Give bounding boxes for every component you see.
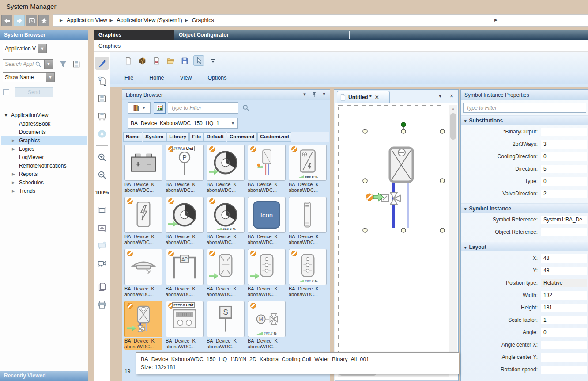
display-mode-selector[interactable]: Show Name▼ (3, 72, 55, 82)
column-header[interactable]: Name (123, 132, 142, 142)
column-header[interactable]: Command (227, 132, 257, 142)
tree-expander-icon[interactable] (12, 138, 19, 143)
tree-item[interactable]: Reports (1, 170, 87, 178)
property-value-field[interactable] (541, 341, 587, 349)
property-value-field[interactable]: 48 (541, 254, 587, 263)
fan-gauge-symbol[interactable]: ###.# % BA_Device_KabonaWDC... (206, 196, 245, 248)
send-button[interactable]: Send (15, 87, 53, 97)
breadcrumb-label[interactable]: ApplicationView (System1) (117, 17, 182, 23)
open-file-button[interactable] (165, 55, 176, 66)
symbol-tile[interactable] (248, 145, 286, 181)
main-tab[interactable]: Object Configurator (174, 30, 255, 40)
view-selector[interactable]: Application V▼ (3, 44, 47, 53)
smoke-detector-symbol[interactable]: BA_Device_KabonaWDC... (124, 248, 163, 300)
column-header[interactable]: Customized (257, 132, 291, 142)
back-button[interactable] (1, 15, 12, 26)
tree-expander-icon[interactable] (12, 172, 19, 176)
fan-start-symbol[interactable]: BA_Device_KabonaWDC... (206, 144, 245, 196)
property-value-field[interactable]: 3 (541, 140, 587, 149)
section-header[interactable]: Symbol Instance (461, 203, 588, 213)
property-value-field[interactable]: 5 (541, 165, 587, 173)
column-header[interactable]: System (143, 132, 166, 142)
filter-icon[interactable] (59, 60, 68, 69)
property-value-field[interactable] (541, 353, 587, 362)
damper-symbol-b[interactable]: BA_Device_KabonaWDC... (247, 248, 286, 300)
unit-gauge-symbol[interactable]: ####.# Unit P BA_Device_KabonaWDC... (165, 144, 204, 196)
property-value-field[interactable]: 0 (541, 328, 587, 337)
close-panel-icon[interactable]: ✕ (321, 91, 327, 98)
forward-button[interactable] (14, 15, 25, 26)
menu-item[interactable]: Options (207, 75, 226, 84)
new-document-button[interactable] (123, 55, 133, 66)
open-library-button[interactable] (137, 55, 147, 66)
property-value-field[interactable]: 0 (541, 177, 587, 186)
main-tab[interactable]: Graphics (94, 30, 174, 40)
symbol-tile[interactable]: ΔP (166, 249, 204, 285)
comment-button[interactable] (95, 239, 109, 252)
view-mode-button[interactable] (154, 102, 166, 114)
history-button[interactable] (26, 15, 37, 26)
library-dropdown[interactable]: BA_Device_KabonaWDC_150_HQ_1▼ (128, 118, 238, 129)
more-tools-button[interactable] (207, 55, 218, 66)
tree-item[interactable]: Trends (1, 187, 87, 195)
send-checkbox[interactable] (3, 89, 9, 95)
icon-tile-symbol[interactable]: Icon BA_Device_KabonaWDC... (247, 196, 286, 248)
humidifier-symbol[interactable]: BA_Device_KabonaWDC... (124, 196, 163, 248)
print-button[interactable] (95, 298, 109, 311)
symbol-tile[interactable]: ####.# Unit (166, 301, 204, 337)
zoom-in-button[interactable] (95, 151, 109, 164)
tree-item[interactable]: ApplicationView (1, 111, 87, 119)
heater-panel-symbol[interactable]: ###.# % BA_Device_KabonaWDC... (288, 144, 328, 196)
rotation-handle[interactable] (401, 122, 406, 127)
duct-dp-symbol[interactable]: ΔP BA_Device_KabonaWDC... (165, 248, 204, 300)
symbol-tile[interactable] (207, 145, 245, 181)
damper-symbol-a[interactable]: BA_Device_KabonaWDC... (206, 248, 245, 300)
canvas-area[interactable]: ∧ ∨ > (335, 103, 458, 381)
preview-button[interactable] (95, 257, 109, 270)
divider[interactable] (96, 145, 108, 146)
search-combo[interactable]: Search Appl▼ (3, 59, 53, 69)
symbol-tile[interactable] (207, 249, 245, 285)
pointer-tool-button[interactable] (193, 55, 204, 66)
property-value-field[interactable] (541, 128, 587, 136)
tree-item[interactable]: Logics (1, 145, 87, 153)
property-value-field[interactable]: 48 (541, 267, 587, 275)
chevron-down-icon[interactable]: ▼ (44, 59, 53, 69)
tree-item[interactable]: RemoteNotifications (1, 161, 87, 170)
vscroll-thumb[interactable] (450, 113, 456, 140)
property-value-field[interactable]: 2 (541, 190, 587, 198)
tree-item[interactable]: AddressBook (1, 119, 87, 128)
breadcrumb-label[interactable]: Graphics (192, 17, 214, 23)
favorites-button[interactable] (38, 15, 49, 26)
library-filter-input[interactable] (168, 102, 238, 114)
edit-mode-button[interactable] (95, 57, 109, 70)
section-header[interactable]: Substitutions (461, 115, 588, 125)
symbol-tile[interactable] (124, 249, 162, 285)
room-unit-symbol[interactable]: ####.# Unit BA_Device_KabonaWDC... (165, 300, 204, 352)
recently-viewed-bar[interactable]: Recently Viewed (0, 371, 88, 381)
symbol-tile[interactable] (248, 249, 286, 285)
canvas-page[interactable] (338, 105, 445, 366)
breadcrumb-item[interactable]: ▶ Graphics (182, 17, 214, 23)
tree-expander-icon[interactable] (12, 147, 19, 151)
tree-expander-icon[interactable] (12, 180, 19, 185)
tree-item[interactable]: Schedules (1, 178, 87, 187)
properties-filter-input[interactable] (463, 103, 586, 113)
switch-symbol[interactable]: S BA_Device_KabonaWDC... (206, 300, 245, 352)
property-value-field[interactable] (541, 228, 587, 236)
save-button[interactable] (95, 92, 109, 105)
symbol-tile[interactable]: ####.# Unit P (166, 145, 204, 181)
save-search-icon[interactable] (72, 60, 81, 69)
close-button[interactable] (95, 127, 109, 141)
damper-symbol-c[interactable]: ###.# % BA_Device_KabonaWDC... (288, 248, 328, 300)
zoom-level[interactable]: 100% (95, 186, 109, 199)
pages-button[interactable] (95, 280, 109, 293)
library-search-button[interactable] (240, 102, 252, 114)
vertical-scrollbar[interactable]: ∧ ∨ (449, 105, 457, 366)
cooling-coil-symbol[interactable]: BA_Device_KabonaWDC... (124, 300, 163, 352)
symbol-tile[interactable] (124, 197, 162, 233)
pin-icon[interactable] (311, 91, 317, 98)
canvas-symbol[interactable] (339, 106, 445, 366)
collapse-panel-icon[interactable]: ▾ (302, 91, 308, 98)
cooling-coil-graphic[interactable] (366, 148, 413, 228)
